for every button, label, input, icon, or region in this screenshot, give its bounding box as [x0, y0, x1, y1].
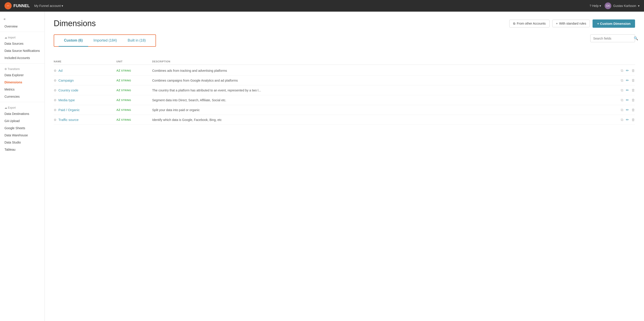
copy-button-country-code[interactable]: ⧉ — [621, 88, 623, 92]
topnav: ··· FUNNEL My Funnel account ▾ ? Help ▾ … — [0, 0, 644, 12]
account-selector[interactable]: My Funnel account ▾ — [34, 4, 63, 7]
search-box: 🔍 — [590, 34, 635, 42]
sidebar-item-ga-upload[interactable]: GA Upload — [0, 117, 44, 124]
sidebar-item-included-accounts[interactable]: Included Accounts — [0, 54, 44, 61]
sidebar-item-data-source-notifications[interactable]: Data Source Notifications — [0, 47, 44, 54]
sidebar-divider-2 — [0, 63, 44, 63]
desc-cell-paid-organic: Split your data into paid or organic — [152, 108, 608, 112]
tabs-container: Custom (6) Imported (184) Built in (18) — [54, 34, 156, 47]
copy-button-media-type[interactable]: ⧉ — [621, 98, 623, 102]
logo: ··· FUNNEL — [4, 2, 30, 9]
copy-button-campaign[interactable]: ⧉ — [621, 78, 623, 82]
col-header-description: DESCRIPTION — [152, 60, 608, 63]
sidebar-item-metrics[interactable]: Metrics — [0, 86, 44, 93]
col-header-actions — [608, 60, 635, 63]
tab-custom[interactable]: Custom (6) — [59, 35, 88, 47]
layout: « Overview ☁ Import Data Sources Data So… — [0, 0, 644, 321]
delete-button-country-code[interactable]: 🗑 — [632, 88, 635, 92]
help-label: Help — [592, 4, 598, 7]
sidebar-item-overview[interactable]: Overview — [0, 23, 44, 30]
sidebar-item-data-destinations[interactable]: Data Destinations — [0, 110, 44, 117]
sidebar-section-transform: ⚙ Transform — [0, 65, 44, 71]
tab-builtin[interactable]: Built in (18) — [122, 35, 151, 47]
actions-cell-country-code: ⧉ ✏ 🗑 — [608, 88, 635, 92]
edit-button-traffic-source[interactable]: ✏ — [626, 118, 629, 122]
sidebar-item-google-sheets[interactable]: Google Sheets — [0, 124, 44, 132]
sidebar-item-data-warehouse[interactable]: Data Warehouse — [0, 132, 44, 139]
user-menu-button[interactable]: GK Gustav Karlsson ▾ — [604, 2, 640, 9]
row-name-country-code[interactable]: ⚙ Country code — [54, 88, 116, 92]
table-row: ⚙ Ad AZ STRING Combines ads from trackin… — [54, 66, 635, 75]
sidebar-section-export: ☁ Export — [0, 104, 44, 110]
sidebar-item-dimensions[interactable]: Dimensions — [0, 79, 44, 86]
unit-cell-campaign: AZ STRING — [116, 79, 152, 82]
unit-cell-ad: AZ STRING — [116, 69, 152, 72]
sidebar-section-import: ☁ Import — [0, 34, 44, 40]
edit-button-paid-organic[interactable]: ✏ — [626, 108, 629, 112]
table-row: ⚙ Media type AZ STRING Segment data into… — [54, 95, 635, 105]
unit-cell-country-code: AZ STRING — [116, 88, 152, 92]
row-name-campaign[interactable]: ⚙ Campaign — [54, 78, 116, 82]
help-arrow-icon: ▾ — [600, 4, 601, 7]
from-other-accounts-button[interactable]: ⧉ From other Accounts — [509, 20, 549, 27]
row-name-paid-organic[interactable]: ⚙ Paid / Organic — [54, 108, 116, 112]
header-actions: ⧉ From other Accounts + With standard ru… — [509, 19, 635, 28]
help-button[interactable]: ? Help ▾ — [590, 4, 601, 7]
edit-button-campaign[interactable]: ✏ — [626, 78, 629, 82]
page-title: Dimensions — [54, 19, 96, 28]
user-arrow-icon: ▾ — [638, 4, 640, 7]
edit-button-ad[interactable]: ✏ — [626, 68, 629, 73]
table-row: ⚙ Traffic source AZ STRING Identify whic… — [54, 115, 635, 125]
tab-imported[interactable]: Imported (184) — [88, 35, 122, 47]
unit-cell-media-type: AZ STRING — [116, 98, 152, 102]
copy-button-traffic-source[interactable]: ⧉ — [621, 118, 623, 122]
delete-button-campaign[interactable]: 🗑 — [632, 78, 635, 82]
edit-button-media-type[interactable]: ✏ — [626, 98, 629, 102]
col-header-name: NAME — [54, 60, 116, 63]
sidebar-item-data-sources[interactable]: Data Sources — [0, 40, 44, 47]
delete-button-ad[interactable]: 🗑 — [632, 69, 635, 73]
sidebar-divider-3 — [0, 102, 44, 102]
sidebar-divider-1 — [0, 32, 44, 32]
with-standard-rules-button[interactable]: + With standard rules — [552, 20, 590, 27]
table-row: ⚙ Paid / Organic AZ STRING Split your da… — [54, 105, 635, 115]
row-name-traffic-source[interactable]: ⚙ Traffic source — [54, 118, 116, 122]
table-row: ⚙ Country code AZ STRING The country tha… — [54, 85, 635, 95]
actions-cell-media-type: ⧉ ✏ 🗑 — [608, 98, 635, 102]
delete-button-traffic-source[interactable]: 🗑 — [632, 118, 635, 122]
sidebar-collapse-button[interactable]: « — [0, 15, 44, 23]
page-header: Dimensions ⧉ From other Accounts + With … — [54, 19, 635, 28]
unit-cell-traffic-source: AZ STRING — [116, 118, 152, 121]
unit-cell-paid-organic: AZ STRING — [116, 108, 152, 112]
table-row: ⚙ Campaign AZ STRING Combines campaigns … — [54, 75, 635, 85]
user-label: Gustav Karlsson — [613, 4, 636, 7]
table-header: NAME UNIT DESCRIPTION — [54, 58, 635, 65]
sidebar-item-currencies[interactable]: Currencies — [0, 93, 44, 100]
sidebar-item-data-studio[interactable]: Data Studio — [0, 139, 44, 146]
delete-button-paid-organic[interactable]: 🗑 — [632, 108, 635, 112]
desc-cell-media-type: Segment data into Direct, Search, Affili… — [152, 98, 608, 102]
copy-button-paid-organic[interactable]: ⧉ — [621, 108, 623, 112]
col-header-unit: UNIT — [116, 60, 152, 63]
actions-cell-paid-organic: ⧉ ✏ 🗑 — [608, 108, 635, 112]
logo-dots: ··· — [7, 4, 9, 7]
row-name-ad[interactable]: ⚙ Ad — [54, 69, 116, 72]
avatar: GK — [604, 2, 611, 9]
delete-button-media-type[interactable]: 🗑 — [632, 98, 635, 102]
desc-cell-country-code: The country that a platform has attribut… — [152, 88, 608, 92]
account-label: My Funnel account — [34, 4, 61, 7]
custom-dimension-button[interactable]: + Custom Dimension — [592, 19, 635, 28]
main-content: Dimensions ⧉ From other Accounts + With … — [45, 12, 644, 321]
copy-button-ad[interactable]: ⧉ — [621, 69, 623, 73]
search-input[interactable] — [593, 37, 632, 40]
row-name-media-type[interactable]: ⚙ Media type — [54, 98, 116, 102]
sidebar-item-tableau[interactable]: Tableau — [0, 146, 44, 153]
edit-button-country-code[interactable]: ✏ — [626, 88, 629, 92]
copy-pages-icon: ⧉ — [513, 22, 515, 25]
actions-cell-campaign: ⧉ ✏ 🗑 — [608, 78, 635, 82]
gear-icon: ⚙ — [54, 79, 56, 82]
desc-cell-campaign: Combines campaigns from Google Analytics… — [152, 79, 608, 82]
sidebar-item-data-explorer[interactable]: Data Explorer — [0, 71, 44, 79]
gear-icon: ⚙ — [54, 98, 56, 102]
actions-cell-traffic-source: ⧉ ✏ 🗑 — [608, 118, 635, 122]
